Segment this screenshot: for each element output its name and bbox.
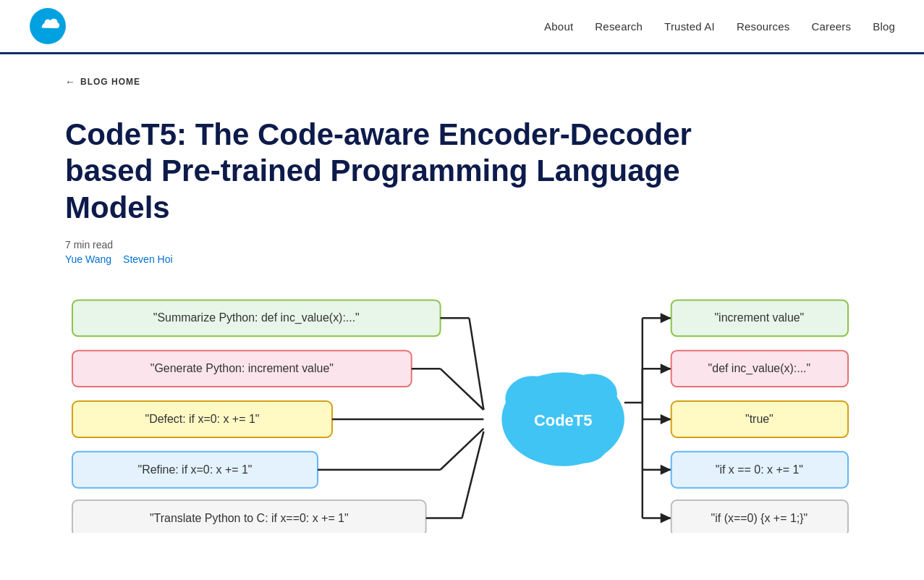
svg-text:"if x == 0: x += 1": "if x == 0: x += 1" (716, 463, 803, 476)
diagram-svg: "Summarize Python: def inc_value(x):..."… (65, 287, 859, 533)
breadcrumb-bar: ← BLOG HOME (0, 54, 924, 95)
author-steven-hoi[interactable]: Steven Hoi (123, 253, 172, 265)
diagram-container: "Summarize Python: def inc_value(x):..."… (65, 287, 859, 536)
svg-marker-40 (661, 513, 671, 524)
nav-careers[interactable]: Careers (811, 20, 851, 33)
meta-row: 7 min read (65, 239, 859, 251)
article-content: CodeT5: The Code-aware Encoder-Decoder b… (0, 95, 924, 565)
svg-point-27 (559, 426, 608, 463)
nav-trusted-ai[interactable]: Trusted AI (664, 20, 715, 33)
nav-blog[interactable]: Blog (873, 20, 895, 33)
breadcrumb-link[interactable]: ← BLOG HOME (65, 76, 859, 88)
back-arrow-icon: ← (65, 76, 76, 88)
svg-line-19 (462, 432, 484, 518)
site-header: About Research Trusted AI Resources Care… (0, 0, 924, 54)
main-nav: About Research Trusted AI Resources Care… (544, 20, 895, 33)
svg-marker-38 (661, 465, 671, 475)
svg-marker-34 (661, 363, 671, 374)
salesforce-logo (29, 7, 67, 45)
nav-research[interactable]: Research (595, 20, 643, 33)
svg-text:"true": "true" (745, 413, 773, 425)
svg-text:"Translate Python to C: if x==: "Translate Python to C: if x==0: x += 1" (150, 512, 349, 524)
svg-point-25 (567, 374, 617, 414)
nav-resources[interactable]: Resources (737, 20, 790, 33)
svg-marker-36 (661, 414, 671, 424)
svg-text:"if (x==0) {x += 1;}": "if (x==0) {x += 1;}" (711, 512, 808, 524)
svg-text:"def inc_value(x):...": "def inc_value(x):..." (708, 362, 811, 375)
breadcrumb-label: BLOG HOME (80, 77, 140, 87)
svg-text:"Defect: if x=0: x += 1": "Defect: if x=0: x += 1" (145, 413, 260, 425)
svg-text:CodeT5: CodeT5 (534, 411, 592, 429)
svg-text:"Generate Python: increment va: "Generate Python: increment value" (151, 362, 334, 374)
svg-text:"Summarize Python: def inc_val: "Summarize Python: def inc_value(x):..." (153, 312, 360, 325)
svg-text:"increment value": "increment value" (714, 312, 804, 324)
svg-text:"Refine: if x=0: x += 1": "Refine: if x=0: x += 1" (138, 463, 253, 476)
author-yue-wang[interactable]: Yue Wang (65, 253, 111, 265)
article-title: CodeT5: The Code-aware Encoder-Decoder b… (65, 117, 695, 226)
read-time: 7 min read (65, 239, 113, 251)
logo-area (29, 7, 67, 45)
nav-about[interactable]: About (544, 20, 573, 33)
authors-row: Yue Wang Steven Hoi (65, 253, 859, 265)
svg-marker-32 (661, 314, 671, 324)
svg-line-12 (469, 319, 483, 411)
svg-line-17 (441, 429, 484, 470)
svg-line-14 (441, 369, 484, 410)
